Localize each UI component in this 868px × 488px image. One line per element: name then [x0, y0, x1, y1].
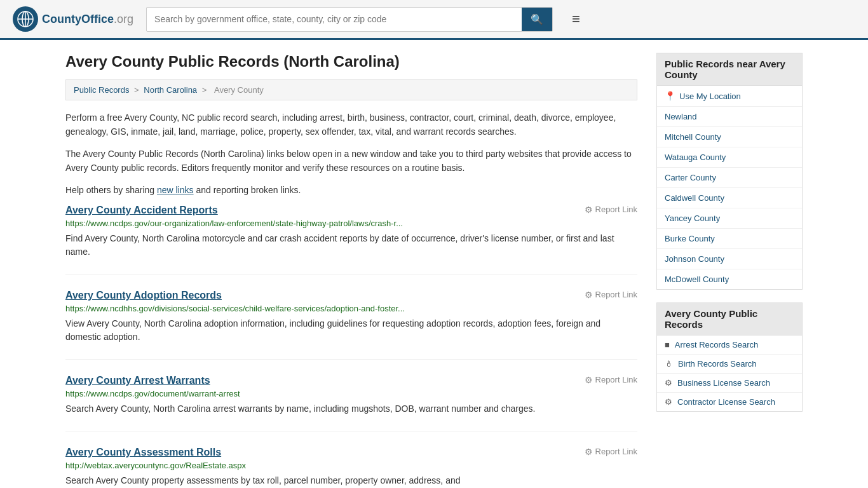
- breadcrumb-public-records[interactable]: Public Records: [74, 85, 129, 95]
- nearby-list: 📍 Use My Location NewlandMitchell County…: [656, 86, 803, 290]
- nearby-item-2[interactable]: Watauga County: [657, 147, 802, 168]
- record-title-assessment-rolls[interactable]: Avery County Assessment Rolls: [65, 447, 221, 458]
- intro-paragraph-1: Perform a free Avery County, NC public r…: [65, 111, 637, 139]
- nearby-item-6[interactable]: Burke County: [657, 229, 802, 249]
- nearby-item-3[interactable]: Carter County: [657, 168, 802, 188]
- record-url-accident-reports[interactable]: https://www.ncdps.gov/our-organization/l…: [65, 219, 637, 228]
- nearby-item-8[interactable]: McDowell County: [657, 269, 802, 289]
- record-entry-assessment-rolls: Avery County Assessment Rolls ⚙ Report L…: [65, 447, 637, 488]
- use-location-item[interactable]: 📍 Use My Location: [657, 86, 802, 107]
- site-header: CountyOffice.org 🔍 ≡: [0, 0, 868, 40]
- content-wrap: Avery County Public Records (North Carol…: [53, 40, 815, 488]
- report-icon-accident-reports: ⚙: [585, 205, 593, 215]
- nearby-item-4[interactable]: Caldwell County: [657, 188, 802, 208]
- record-desc-adoption-records: View Avery County, North Carolina adopti…: [65, 317, 637, 344]
- report-link-accident-reports[interactable]: ⚙ Report Link: [585, 205, 637, 215]
- sidebar: Public Records near Avery County 📍 Use M…: [656, 53, 803, 488]
- record-desc-assessment-rolls: Search Avery County property assessments…: [65, 474, 637, 487]
- logo-icon: [13, 6, 38, 32]
- avery-record-icon-1: 🕯: [665, 359, 673, 369]
- record-desc-accident-reports: Find Avery County, North Carolina motorc…: [65, 232, 637, 259]
- record-header-arrest-warrants: Avery County Arrest Warrants ⚙ Report Li…: [65, 375, 637, 386]
- avery-records-section: Avery County Public Records ■ Arrest Rec…: [656, 302, 803, 412]
- avery-record-item-1[interactable]: 🕯 Birth Records Search: [657, 355, 802, 374]
- avery-record-item-3[interactable]: ⚙ Contractor License Search: [657, 393, 802, 411]
- record-url-adoption-records[interactable]: https://www.ncdhhs.gov/divisions/social-…: [65, 304, 637, 313]
- search-button[interactable]: 🔍: [522, 8, 552, 31]
- record-title-adoption-records[interactable]: Avery County Adoption Records: [65, 290, 222, 301]
- report-link-assessment-rolls[interactable]: ⚙ Report Link: [585, 447, 637, 457]
- record-entry-accident-reports: Avery County Accident Reports ⚙ Report L…: [65, 205, 637, 274]
- main-content: Avery County Public Records (North Carol…: [65, 53, 637, 488]
- breadcrumb-north-carolina[interactable]: North Carolina: [144, 85, 197, 95]
- record-title-arrest-warrants[interactable]: Avery County Arrest Warrants: [65, 375, 210, 386]
- nearby-link-6[interactable]: Burke County: [665, 234, 715, 243]
- avery-record-icon-0: ■: [665, 340, 670, 349]
- report-link-arrest-warrants[interactable]: ⚙ Report Link: [585, 375, 637, 385]
- nearby-item-0[interactable]: Newland: [657, 107, 802, 127]
- report-link-adoption-records[interactable]: ⚙ Report Link: [585, 290, 637, 300]
- use-location-link[interactable]: Use My Location: [679, 92, 741, 101]
- search-icon: 🔍: [531, 14, 543, 25]
- location-pin-icon: 📍: [665, 91, 675, 101]
- avery-records-items: ■ Arrest Records Search 🕯 Birth Records …: [657, 336, 802, 411]
- record-header-accident-reports: Avery County Accident Reports ⚙ Report L…: [65, 205, 637, 216]
- avery-records-title: Avery County Public Records: [656, 302, 803, 336]
- logo-text: CountyOffice.org: [42, 13, 133, 26]
- nearby-link-5[interactable]: Yancey County: [665, 214, 720, 223]
- new-links-link[interactable]: new links: [157, 185, 194, 195]
- record-entry-adoption-records: Avery County Adoption Records ⚙ Report L…: [65, 290, 637, 360]
- report-icon-arrest-warrants: ⚙: [585, 375, 593, 385]
- breadcrumb: Public Records > North Carolina > Avery …: [65, 79, 637, 100]
- page-title: Avery County Public Records (North Carol…: [65, 53, 637, 71]
- report-icon-adoption-records: ⚙: [585, 290, 593, 300]
- record-entry-arrest-warrants: Avery County Arrest Warrants ⚙ Report Li…: [65, 375, 637, 431]
- nearby-link-8[interactable]: McDowell County: [665, 274, 729, 284]
- nearby-item-7[interactable]: Johnson County: [657, 249, 802, 269]
- search-input[interactable]: [147, 9, 522, 29]
- avery-record-icon-2: ⚙: [665, 378, 672, 388]
- avery-record-item-0[interactable]: ■ Arrest Records Search: [657, 336, 802, 355]
- menu-button[interactable]: ≡: [572, 11, 580, 27]
- record-desc-arrest-warrants: Search Avery County, North Carolina arre…: [65, 402, 637, 416]
- avery-record-icon-3: ⚙: [665, 397, 672, 407]
- nearby-section-title: Public Records near Avery County: [656, 53, 803, 86]
- intro-paragraph-2: The Avery County Public Records (North C…: [65, 147, 637, 175]
- nearby-link-2[interactable]: Watauga County: [665, 152, 726, 162]
- records-list: Avery County Accident Reports ⚙ Report L…: [65, 205, 637, 488]
- avery-record-link-1[interactable]: Birth Records Search: [678, 359, 757, 369]
- hamburger-icon: ≡: [572, 11, 580, 27]
- avery-record-item-2[interactable]: ⚙ Business License Search: [657, 374, 802, 393]
- search-bar: 🔍: [146, 7, 553, 32]
- record-header-adoption-records: Avery County Adoption Records ⚙ Report L…: [65, 290, 637, 301]
- record-url-assessment-rolls[interactable]: http://webtax.averycountync.gov/RealEsta…: [65, 461, 637, 470]
- nearby-section: Public Records near Avery County 📍 Use M…: [656, 53, 803, 290]
- avery-record-link-2[interactable]: Business License Search: [677, 378, 770, 388]
- nearby-link-4[interactable]: Caldwell County: [665, 193, 724, 203]
- breadcrumb-avery-county: Avery County: [214, 85, 264, 95]
- nearby-counties-list: NewlandMitchell CountyWatauga CountyCart…: [657, 107, 802, 289]
- intro-paragraph-3: Help others by sharing new links and rep…: [65, 183, 637, 197]
- avery-record-link-3[interactable]: Contractor License Search: [677, 397, 775, 407]
- nearby-item-1[interactable]: Mitchell County: [657, 127, 802, 147]
- nearby-link-0[interactable]: Newland: [665, 112, 697, 121]
- nearby-item-5[interactable]: Yancey County: [657, 208, 802, 229]
- record-url-arrest-warrants[interactable]: https://www.ncdps.gov/document/warrant-a…: [65, 389, 637, 398]
- nearby-link-7[interactable]: Johnson County: [665, 254, 724, 264]
- avery-record-link-0[interactable]: Arrest Records Search: [675, 340, 759, 349]
- record-header-assessment-rolls: Avery County Assessment Rolls ⚙ Report L…: [65, 447, 637, 458]
- nearby-link-1[interactable]: Mitchell County: [665, 132, 721, 142]
- record-title-accident-reports[interactable]: Avery County Accident Reports: [65, 205, 218, 216]
- avery-records-list: ■ Arrest Records Search 🕯 Birth Records …: [656, 336, 803, 412]
- report-icon-assessment-rolls: ⚙: [585, 447, 593, 457]
- logo-link[interactable]: CountyOffice.org: [13, 6, 133, 32]
- nearby-link-3[interactable]: Carter County: [665, 173, 716, 182]
